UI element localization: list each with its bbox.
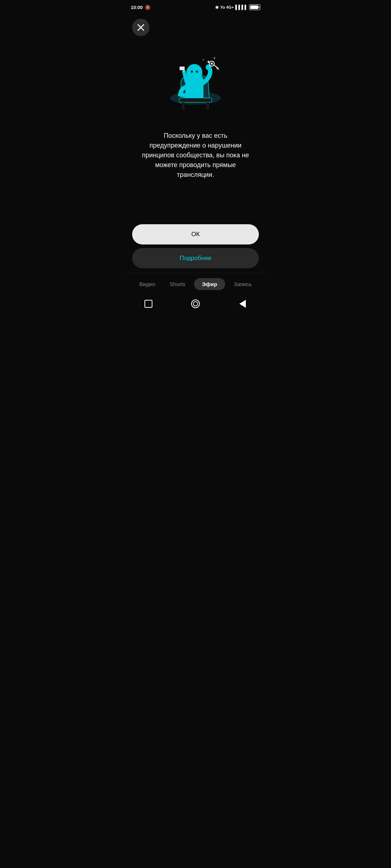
- time-display: 10:00: [131, 5, 143, 10]
- back-nav-button[interactable]: [237, 299, 248, 309]
- tab-shorts[interactable]: Shorts: [164, 280, 191, 289]
- close-icon: [137, 24, 144, 31]
- bluetooth-icon: ✱: [215, 5, 219, 10]
- bars-icon: ▌▌▌▌: [235, 5, 248, 10]
- tab-video-label: Видео: [139, 281, 155, 287]
- tab-efir[interactable]: Эфир: [194, 278, 225, 290]
- tab-efir-label: Эфир: [202, 281, 217, 287]
- status-bar: 10:00 🔕 ✱ Yo 4G+ ▌▌▌▌: [125, 0, 266, 13]
- bottom-tabs: Видео Shorts Эфир Запись: [125, 273, 266, 295]
- svg-point-6: [186, 64, 202, 81]
- tab-shorts-label: Shorts: [170, 281, 185, 287]
- ok-button[interactable]: ОК: [132, 224, 259, 244]
- illustration-container: ✦ ✦ ✦: [159, 46, 232, 118]
- battery-indicator: [249, 4, 260, 10]
- more-info-button[interactable]: Подробнее: [132, 248, 259, 268]
- tab-video[interactable]: Видео: [134, 280, 161, 289]
- svg-point-9: [206, 64, 211, 70]
- alarm-icon: 🔕: [145, 5, 151, 10]
- svg-text:✦: ✦: [202, 58, 205, 61]
- svg-rect-3: [179, 98, 212, 102]
- svg-rect-4: [182, 102, 185, 110]
- svg-text:✦: ✦: [206, 59, 211, 65]
- close-button-container: [125, 13, 266, 42]
- back-icon: [239, 300, 246, 308]
- content-area: ✦ ✦ ✦ Поскольку у вас есть предупреждени…: [125, 42, 266, 218]
- page: 10:00 🔕 ✱ Yo 4G+ ▌▌▌▌: [125, 0, 266, 315]
- svg-rect-5: [206, 102, 209, 110]
- close-button[interactable]: [132, 19, 150, 36]
- status-left: 10:00 🔕: [131, 5, 151, 10]
- stop-icon: [144, 300, 152, 308]
- signal-icon: Yo 4G+: [220, 5, 234, 9]
- svg-text:✦: ✦: [213, 56, 216, 60]
- svg-point-11: [211, 63, 213, 65]
- warning-illustration: ✦ ✦ ✦: [159, 46, 232, 118]
- buttons-container: ОК Подробнее: [125, 218, 266, 273]
- svg-line-12: [214, 65, 218, 68]
- svg-line-18: [184, 72, 186, 82]
- tab-zapis-label: Запись: [234, 281, 252, 287]
- battery-tip: [258, 6, 259, 8]
- status-right: ✱ Yo 4G+ ▌▌▌▌: [215, 4, 260, 10]
- navigation-bar: [125, 295, 266, 315]
- home-nav-button[interactable]: [143, 299, 154, 309]
- tab-zapis[interactable]: Запись: [228, 280, 257, 289]
- svg-point-7: [191, 71, 193, 73]
- record-icon: [191, 299, 200, 308]
- battery-fill: [250, 5, 258, 9]
- record-nav-button[interactable]: [190, 299, 201, 309]
- svg-point-8: [196, 71, 198, 73]
- warning-message: Поскольку у вас есть предупреждение о на…: [138, 131, 253, 180]
